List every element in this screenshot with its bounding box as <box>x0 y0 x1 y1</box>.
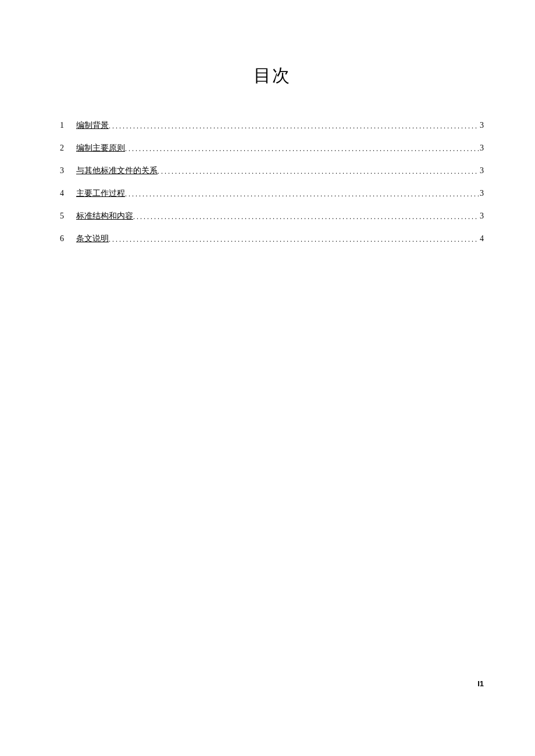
toc-item: 5 标准结构和内容 3 <box>60 211 484 221</box>
toc-item: 3 与其他标准文件的关系 3 <box>60 166 484 176</box>
toc-item: 2 编制主要原则 3 <box>60 143 484 153</box>
toc-item-page: 3 <box>479 144 484 153</box>
toc-item-number: 2 <box>60 144 76 153</box>
toc-item: 4 主要工作过程 3 <box>60 188 484 199</box>
toc-item: 6 条文说明 4 <box>60 234 484 244</box>
toc-leader-dots <box>109 122 479 131</box>
toc-item-link[interactable]: 与其他标准文件的关系 <box>76 166 158 176</box>
toc-item-link[interactable]: 主要工作过程 <box>76 188 125 199</box>
toc-item-link[interactable]: 条文说明 <box>76 234 109 244</box>
toc-item: 1 编制背景 3 <box>60 120 484 131</box>
toc-list: 1 编制背景 3 2 编制主要原则 3 3 与其他标准文件的关系 3 4 主要工… <box>60 120 484 244</box>
toc-item-number: 6 <box>60 234 76 243</box>
toc-leader-dots <box>109 235 479 244</box>
page-number-footer: I1 <box>477 679 484 688</box>
toc-item-link[interactable]: 编制主要原则 <box>76 143 125 153</box>
toc-leader-dots <box>133 213 479 221</box>
toc-item-page: 3 <box>479 166 484 175</box>
toc-item-number: 4 <box>60 189 76 198</box>
document-page: 目次 1 编制背景 3 2 编制主要原则 3 3 与其他标准文件的关系 3 4 … <box>0 0 535 756</box>
toc-item-page: 3 <box>479 189 484 198</box>
toc-item-number: 1 <box>60 121 76 130</box>
toc-leader-dots <box>158 167 479 176</box>
page-title: 目次 <box>60 64 484 88</box>
toc-item-page: 4 <box>479 234 484 243</box>
toc-item-number: 3 <box>60 166 76 175</box>
toc-leader-dots <box>125 145 479 153</box>
toc-item-page: 3 <box>479 212 484 221</box>
toc-leader-dots <box>125 190 479 199</box>
toc-item-number: 5 <box>60 212 76 221</box>
toc-item-page: 3 <box>479 121 484 130</box>
toc-item-link[interactable]: 编制背景 <box>76 120 109 131</box>
toc-item-link[interactable]: 标准结构和内容 <box>76 211 133 221</box>
